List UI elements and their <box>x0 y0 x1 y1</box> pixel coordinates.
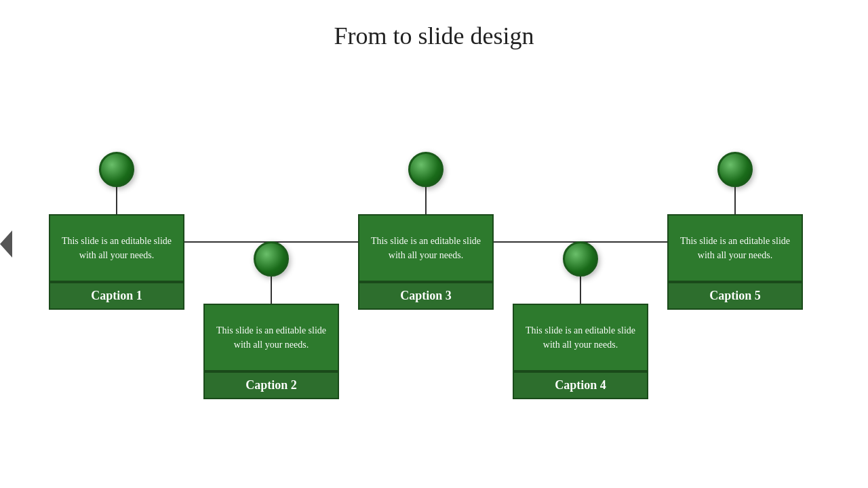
node-3-caption: Caption 3 <box>358 282 494 310</box>
node-2-circle <box>254 241 289 277</box>
diagram: Caption 1 This slide is an editable slid… <box>0 64 868 470</box>
node-2-caption: Caption 2 <box>203 371 339 399</box>
node-5-caption: Caption 5 <box>667 282 803 310</box>
node-5-vert-line <box>734 187 736 214</box>
page-title: From to slide design <box>0 0 868 57</box>
node-3-circle <box>408 152 443 187</box>
node-5-content: This slide is an editable slide with all… <box>667 214 803 282</box>
node-2-content: This slide is an editable slide with all… <box>203 304 339 371</box>
node-4-circle <box>563 241 598 277</box>
node-2: This slide is an editable slide with all… <box>203 241 339 399</box>
node-2-vert-line <box>271 277 272 304</box>
node-3: Caption 3 This slide is an editable slid… <box>358 152 494 310</box>
node-5: Caption 5 This slide is an editable slid… <box>667 152 803 310</box>
node-1-circle <box>99 152 134 187</box>
node-3-content: This slide is an editable slide with all… <box>358 214 494 282</box>
node-1-vert-line <box>116 187 117 214</box>
node-1-caption: Caption 1 <box>49 282 184 310</box>
node-4-caption: Caption 4 <box>513 371 648 399</box>
node-4: This slide is an editable slide with all… <box>513 241 648 399</box>
node-4-content: This slide is an editable slide with all… <box>513 304 648 371</box>
node-4-vert-line <box>580 277 581 304</box>
node-1-content: This slide is an editable slide with all… <box>49 214 184 282</box>
node-3-vert-line <box>425 187 427 214</box>
node-1: Caption 1 This slide is an editable slid… <box>49 152 184 310</box>
node-5-circle <box>717 152 753 187</box>
